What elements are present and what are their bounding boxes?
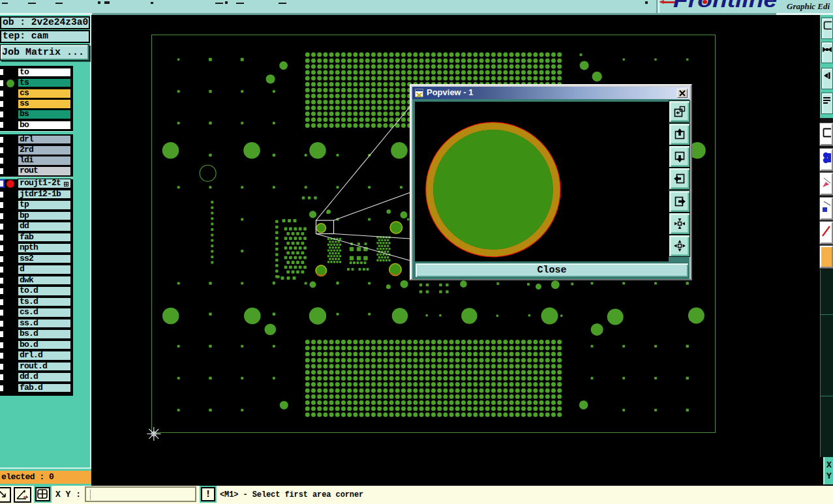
svg-text:ok: ok	[23, 495, 29, 499]
